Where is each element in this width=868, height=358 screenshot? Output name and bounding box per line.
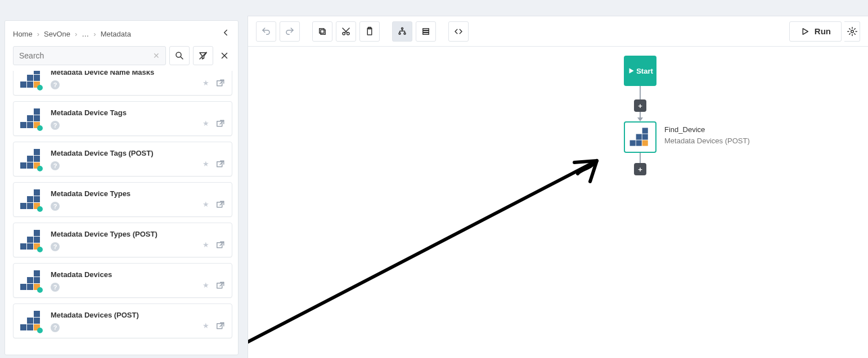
annotation-arrow-icon xyxy=(248,147,631,349)
list-item[interactable]: Metadata Devices (POST) ? ★ xyxy=(13,303,232,338)
integration-icon xyxy=(630,128,651,146)
filter-off-button[interactable] xyxy=(193,46,213,65)
list-item-title: Metadata Devices xyxy=(51,270,225,279)
redo-button[interactable] xyxy=(280,21,300,42)
code-view-button[interactable] xyxy=(448,21,469,42)
favorite-icon[interactable]: ★ xyxy=(203,241,209,252)
open-external-icon[interactable] xyxy=(215,160,225,171)
breadcrumb-l1[interactable]: SevOne xyxy=(44,30,70,38)
search-box[interactable]: ✕ xyxy=(13,46,166,65)
integration-icon xyxy=(20,189,43,210)
search-button[interactable] xyxy=(169,46,190,65)
svg-rect-15 xyxy=(217,283,222,288)
run-settings-button[interactable] xyxy=(844,21,860,42)
start-node-label: Start xyxy=(636,67,653,75)
svg-line-1 xyxy=(181,57,183,59)
svg-rect-20 xyxy=(320,28,324,33)
workflow-step-type: Metadata Devices (POST) xyxy=(664,137,750,145)
list-item-title: Metadata Device Name Masks xyxy=(51,71,225,76)
help-icon[interactable]: ? xyxy=(51,161,60,170)
list-view-button[interactable] xyxy=(416,21,436,42)
favorite-icon[interactable]: ★ xyxy=(203,281,209,293)
breadcrumb-home[interactable]: Home xyxy=(13,30,33,38)
workflow-canvas[interactable]: Start + Find_Device Metadata Devices (PO… xyxy=(248,47,868,358)
integration-icon xyxy=(20,71,43,88)
open-external-icon[interactable] xyxy=(215,281,225,293)
help-icon[interactable]: ? xyxy=(51,283,60,292)
svg-rect-17 xyxy=(217,324,222,329)
list-item-title: Metadata Device Tags xyxy=(51,108,225,117)
list-item[interactable]: Metadata Device Tags ? ★ xyxy=(13,101,232,136)
sidebar-panel: Home › SevOne › … › Metadata ✕ xyxy=(5,20,239,355)
integration-icon xyxy=(20,149,43,169)
favorite-icon[interactable]: ★ xyxy=(203,160,209,171)
list-item[interactable]: Metadata Devices ? ★ xyxy=(13,263,232,298)
list-item-title: Metadata Device Tags (POST) xyxy=(51,149,225,157)
list-item[interactable]: Metadata Device Types ? ★ xyxy=(13,182,232,217)
open-external-icon[interactable] xyxy=(215,241,225,252)
collapse-sidebar-button[interactable] xyxy=(219,28,232,40)
list-item-title: Metadata Device Types xyxy=(51,189,225,198)
help-icon[interactable]: ? xyxy=(51,202,60,211)
breadcrumb-sep: › xyxy=(93,30,96,38)
integration-icon xyxy=(20,108,43,129)
search-row: ✕ xyxy=(5,46,238,71)
integration-icon xyxy=(20,270,43,291)
run-button[interactable]: Run xyxy=(789,21,842,42)
open-external-icon[interactable] xyxy=(215,200,225,212)
list-item[interactable]: Metadata Device Name Masks ? ★ xyxy=(13,71,232,96)
undo-button[interactable] xyxy=(256,21,276,42)
workflow-step-node[interactable] xyxy=(624,121,656,153)
sidebar-item-list[interactable]: Metadata Device Name Masks ? ★ xyxy=(5,71,238,355)
breadcrumb-l2[interactable]: … xyxy=(82,30,89,38)
help-icon[interactable]: ? xyxy=(51,80,60,89)
search-input[interactable] xyxy=(19,51,153,60)
favorite-icon[interactable]: ★ xyxy=(203,200,209,212)
svg-line-2 xyxy=(200,52,206,59)
canvas-toolbar: Run xyxy=(248,16,868,47)
breadcrumb-l3[interactable]: Metadata xyxy=(101,30,131,38)
svg-rect-5 xyxy=(217,81,222,86)
favorite-icon[interactable]: ★ xyxy=(203,79,209,90)
clear-search-icon[interactable]: ✕ xyxy=(153,51,160,60)
favorite-icon[interactable]: ★ xyxy=(203,119,209,131)
open-external-icon[interactable] xyxy=(215,119,225,131)
connector-line xyxy=(640,153,641,163)
add-step-button[interactable]: + xyxy=(634,163,646,175)
start-node[interactable]: Start xyxy=(624,56,656,86)
svg-point-33 xyxy=(851,30,853,33)
connector-arrow-icon xyxy=(637,117,643,121)
svg-rect-31 xyxy=(423,30,429,32)
workflow-step-name: Find_Device xyxy=(664,125,750,134)
connector-line xyxy=(640,86,641,99)
list-item-title: Metadata Device Types (POST) xyxy=(51,230,225,238)
integration-icon xyxy=(20,230,43,250)
list-item[interactable]: Metadata Device Types (POST) ? ★ xyxy=(13,223,232,257)
copy-button[interactable] xyxy=(312,21,332,42)
open-external-icon[interactable] xyxy=(215,79,225,90)
breadcrumb-sep: › xyxy=(75,30,77,38)
workflow-canvas-wrap: Run Start + Find_Device Metadata Devices… xyxy=(248,16,868,358)
svg-rect-19 xyxy=(321,30,325,34)
help-icon[interactable]: ? xyxy=(51,323,60,332)
run-label: Run xyxy=(815,26,831,36)
svg-rect-9 xyxy=(217,162,222,167)
open-external-icon[interactable] xyxy=(215,321,225,333)
cut-button[interactable] xyxy=(336,21,356,42)
close-sidebar-button[interactable] xyxy=(217,46,232,65)
help-icon[interactable]: ? xyxy=(51,242,60,251)
breadcrumb-sep: › xyxy=(37,30,39,38)
add-step-button[interactable]: + xyxy=(634,99,646,112)
list-item[interactable]: Metadata Device Tags (POST) ? ★ xyxy=(13,142,232,176)
svg-rect-32 xyxy=(423,33,429,34)
favorite-icon[interactable]: ★ xyxy=(203,321,209,333)
svg-rect-7 xyxy=(217,121,222,126)
paste-button[interactable] xyxy=(359,21,380,42)
list-item-title: Metadata Devices (POST) xyxy=(51,311,225,319)
tree-view-button[interactable] xyxy=(392,21,412,42)
integration-icon xyxy=(20,311,43,331)
help-icon[interactable]: ? xyxy=(51,121,60,130)
svg-point-0 xyxy=(176,52,181,57)
breadcrumb: Home › SevOne › … › Metadata xyxy=(5,21,238,46)
workflow-step-label: Find_Device Metadata Devices (POST) xyxy=(664,125,750,145)
